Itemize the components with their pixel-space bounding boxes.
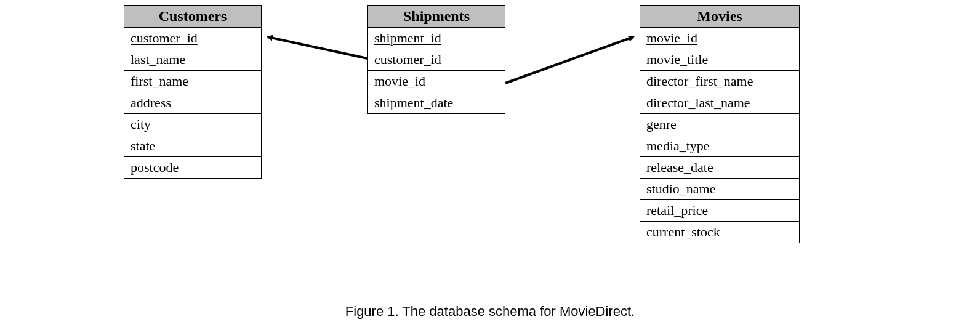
- field: director_last_name: [640, 92, 800, 114]
- field: customer_id: [124, 28, 262, 49]
- entity-movies: Movies movie_id movie_title director_fir…: [640, 5, 800, 243]
- field: retail_price: [640, 200, 800, 222]
- field: movie_id: [368, 71, 505, 92]
- entity-shipments: Shipments shipment_id customer_id movie_…: [367, 5, 505, 114]
- field: current_stock: [640, 222, 800, 243]
- field: customer_id: [368, 49, 505, 71]
- figure-caption: Figure 1. The database schema for MovieD…: [0, 304, 980, 320]
- field: address: [124, 92, 262, 114]
- field: shipment_id: [368, 28, 505, 49]
- field: media_type: [640, 135, 800, 157]
- field: movie_id: [640, 28, 800, 49]
- field: director_first_name: [640, 71, 800, 92]
- field: genre: [640, 114, 800, 135]
- field: postcode: [124, 157, 262, 179]
- field: city: [124, 114, 262, 135]
- field: first_name: [124, 71, 262, 92]
- fk-arrow-shipments-to-customers: [268, 37, 367, 58]
- entity-title: Movies: [640, 6, 800, 28]
- entity-title: Shipments: [368, 6, 505, 28]
- field: studio_name: [640, 179, 800, 200]
- field: last_name: [124, 49, 262, 71]
- fk-arrow-shipments-to-movies: [505, 37, 633, 83]
- field: state: [124, 135, 262, 157]
- er-diagram: Customers customer_id last_name first_na…: [0, 0, 980, 322]
- field: movie_title: [640, 49, 800, 71]
- entity-title: Customers: [124, 6, 262, 28]
- field: shipment_date: [368, 92, 505, 114]
- field: release_date: [640, 157, 800, 179]
- entity-customers: Customers customer_id last_name first_na…: [124, 5, 262, 179]
